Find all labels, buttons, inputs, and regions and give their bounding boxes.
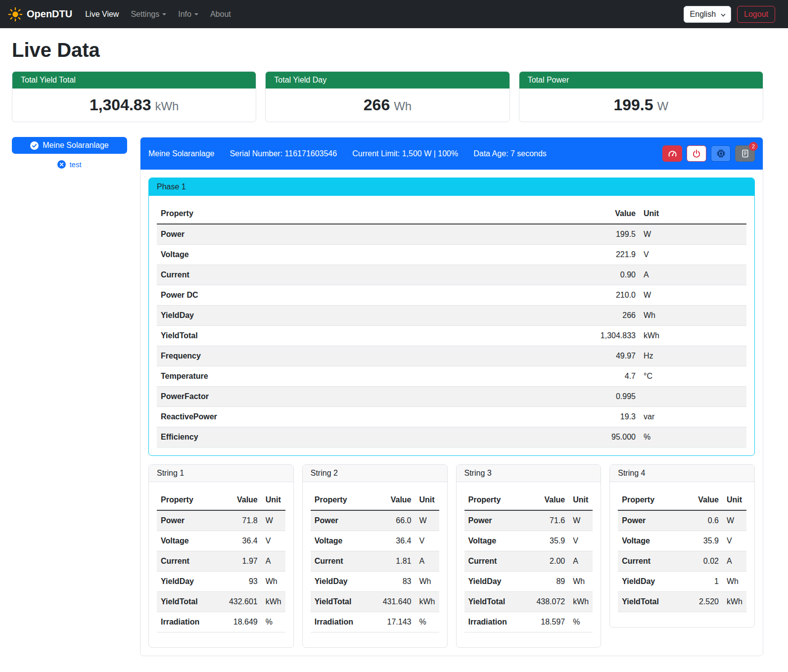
inverter-header-buttons: 2 bbox=[662, 145, 755, 162]
table-row: YieldDay93Wh bbox=[157, 572, 285, 592]
nav-item-info[interactable]: Info bbox=[172, 6, 204, 23]
inverter-tab-test[interactable]: test bbox=[12, 160, 127, 169]
unit-cell: Wh bbox=[640, 306, 746, 326]
value-cell: 266 bbox=[580, 306, 640, 326]
limit-settings-button[interactable] bbox=[662, 145, 682, 162]
string-table: Property Value Unit Power71.6WVoltage35.… bbox=[464, 490, 593, 632]
table-row: Current2.00A bbox=[464, 551, 593, 572]
string-card-2: String 2 Property Value Unit bbox=[302, 464, 448, 648]
power-button[interactable] bbox=[687, 145, 706, 162]
summary-card-total-yield-total: Total Yield Total 1,304.83kWh bbox=[12, 71, 256, 122]
property-cell: Irradiation bbox=[464, 612, 531, 632]
phase-table: Property Value Unit Power199.5WVoltage22… bbox=[157, 204, 746, 448]
summary-card-total-yield-day: Total Yield Day 266Wh bbox=[265, 71, 510, 122]
table-row: Irradiation17.143% bbox=[311, 612, 439, 632]
string-card-3: String 3 Property Value Unit bbox=[456, 464, 602, 648]
string-table: Property Value Unit Power0.6WVoltage35.9… bbox=[618, 490, 746, 612]
unit-cell: V bbox=[640, 245, 746, 265]
device-info-button[interactable] bbox=[711, 145, 731, 162]
value-cell: 66.0 bbox=[377, 510, 416, 531]
logout-button[interactable]: Logout bbox=[737, 6, 775, 23]
table-row: Current1.81A bbox=[311, 551, 439, 572]
unit-cell: W bbox=[262, 510, 285, 531]
chevron-down-icon bbox=[194, 13, 198, 15]
summary-card-unit: kWh bbox=[155, 99, 179, 113]
table-row: YieldDay1Wh bbox=[618, 572, 746, 592]
string-cards: String 1 Property Value Unit bbox=[148, 464, 755, 648]
event-log-button[interactable]: 2 bbox=[735, 145, 755, 162]
chevron-down-icon bbox=[721, 12, 726, 16]
value-cell: 36.4 bbox=[377, 531, 416, 551]
table-row: ReactivePower19.3var bbox=[157, 407, 746, 427]
table-row: Power71.6W bbox=[464, 510, 593, 531]
property-cell: YieldDay bbox=[157, 306, 580, 326]
unit-cell: var bbox=[640, 407, 746, 427]
unit-cell: A bbox=[262, 551, 285, 572]
property-cell: Current bbox=[157, 265, 580, 285]
property-cell: Current bbox=[464, 551, 531, 572]
table-header-row: Property Value Unit bbox=[618, 490, 746, 510]
string-card-1: String 1 Property Value Unit bbox=[148, 464, 294, 648]
nav-item-label: Settings bbox=[131, 10, 159, 19]
value-cell: 19.3 bbox=[580, 407, 640, 427]
value-cell: 71.8 bbox=[223, 510, 262, 531]
table-header-row: Property Value Unit bbox=[157, 204, 746, 224]
property-cell: Irradiation bbox=[157, 612, 223, 632]
column-header-value: Value bbox=[377, 490, 416, 510]
column-header-unit: Unit bbox=[723, 490, 746, 510]
table-row: YieldTotal432.601kWh bbox=[157, 592, 285, 612]
table-row: Voltage36.4V bbox=[157, 531, 285, 551]
nav-item-label: Live View bbox=[85, 10, 119, 19]
value-cell: 89 bbox=[530, 572, 569, 592]
table-header-row: Property Value Unit bbox=[157, 490, 285, 510]
table-row: YieldTotal431.640kWh bbox=[311, 592, 439, 612]
unit-cell: kWh bbox=[416, 592, 439, 612]
property-cell: YieldDay bbox=[464, 572, 531, 592]
cpu-icon bbox=[716, 149, 726, 158]
value-cell: 1 bbox=[684, 572, 723, 592]
unit-cell: Wh bbox=[569, 572, 593, 592]
table-row: Current0.90A bbox=[157, 265, 746, 285]
journal-icon bbox=[741, 149, 749, 158]
unit-cell: Wh bbox=[416, 572, 439, 592]
summary-card-value: 1,304.83 bbox=[90, 96, 151, 114]
property-cell: Power bbox=[311, 510, 377, 531]
brand-link[interactable]: OpenDTU bbox=[8, 7, 72, 22]
inverter-nav: Meine Solaranlage test bbox=[12, 137, 127, 169]
nav-item-settings[interactable]: Settings bbox=[125, 6, 172, 23]
summary-card-title: Total Yield Day bbox=[266, 72, 509, 89]
table-row: YieldDay266Wh bbox=[157, 306, 746, 326]
table-header-row: Property Value Unit bbox=[464, 490, 593, 510]
property-cell: YieldDay bbox=[311, 572, 377, 592]
column-header-value: Value bbox=[530, 490, 569, 510]
table-row: YieldTotal438.072kWh bbox=[464, 592, 593, 612]
property-cell: Power bbox=[157, 224, 580, 245]
column-header-unit: Unit bbox=[640, 204, 746, 224]
inverter-tab-meine-solaranlage[interactable]: Meine Solaranlage bbox=[12, 137, 127, 154]
nav-item-about[interactable]: About bbox=[204, 6, 237, 23]
event-count-badge: 2 bbox=[749, 142, 758, 151]
column-header-value: Value bbox=[684, 490, 723, 510]
nav-item-live-view[interactable]: Live View bbox=[79, 6, 125, 23]
property-cell: Current bbox=[311, 551, 377, 572]
string-card-title: String 2 bbox=[303, 465, 447, 482]
sun-icon bbox=[8, 7, 23, 22]
unit-cell: % bbox=[416, 612, 439, 632]
unit-cell: V bbox=[262, 531, 285, 551]
value-cell: 221.9 bbox=[580, 245, 640, 265]
unit-cell: % bbox=[640, 427, 746, 448]
table-row: Power199.5W bbox=[157, 224, 746, 245]
language-value: English bbox=[690, 10, 716, 18]
property-cell: Voltage bbox=[157, 245, 580, 265]
column-header-property: Property bbox=[157, 204, 580, 224]
unit-cell: W bbox=[569, 510, 593, 531]
table-row: Power71.8W bbox=[157, 510, 285, 531]
language-select[interactable]: English bbox=[684, 6, 731, 23]
string-table: Property Value Unit Power66.0WVoltage36.… bbox=[311, 490, 439, 632]
property-cell: YieldTotal bbox=[618, 592, 684, 612]
value-cell: 1,304.833 bbox=[580, 326, 640, 346]
table-row: Irradiation18.649% bbox=[157, 612, 285, 632]
property-cell: Power bbox=[157, 510, 223, 531]
unit-cell: W bbox=[640, 224, 746, 245]
unit-cell: W bbox=[640, 285, 746, 306]
